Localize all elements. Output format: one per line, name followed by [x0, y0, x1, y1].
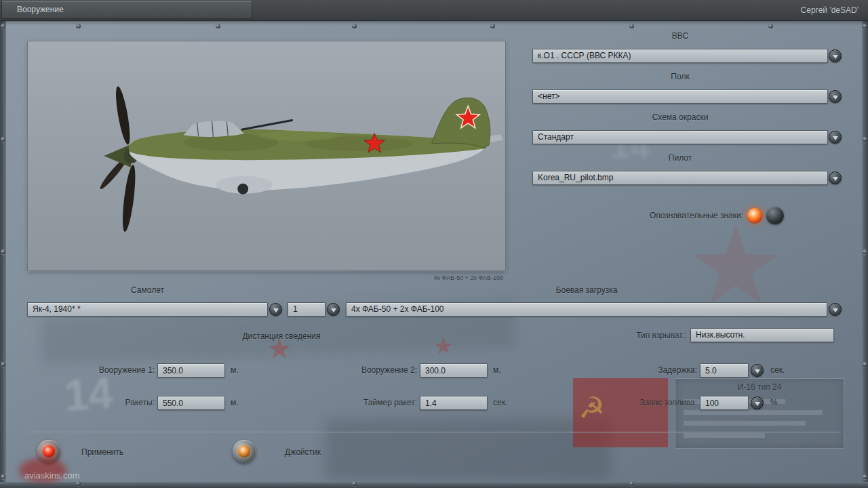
apply-button-label[interactable]: Применить	[81, 447, 123, 457]
frame-edge-bottom	[0, 482, 868, 488]
rivet	[216, 24, 220, 28]
aircraft-dropdown-button[interactable]	[269, 303, 282, 316]
background-stencil-number: 14	[63, 368, 115, 422]
regiment-dropdown-button[interactable]	[829, 90, 842, 103]
chevron-down-icon	[273, 308, 279, 312]
fuel-input[interactable]	[700, 396, 749, 410]
loadout-dropdown-button[interactable]	[829, 303, 842, 316]
joystick-button-label[interactable]: Джойстик	[285, 447, 321, 457]
rivet	[76, 24, 81, 28]
chevron-down-icon	[833, 136, 838, 140]
rockets-label: Ракеты:	[53, 398, 155, 407]
delay-unit: сек.	[770, 365, 785, 375]
pilot-label: Пилот	[532, 153, 828, 163]
loadout-label: Боевая загрузка	[346, 285, 827, 295]
pilot-dropdown-button[interactable]	[829, 171, 842, 184]
aircraft-preview-panel	[27, 41, 506, 271]
chevron-down-icon	[833, 177, 838, 181]
aircraft-label: Самолет	[27, 285, 268, 295]
joystick-button[interactable]	[233, 440, 256, 463]
cockpit-canopy	[184, 121, 244, 137]
chevron-down-icon	[833, 96, 838, 100]
rockets-input[interactable]	[157, 396, 225, 410]
weapon2-input[interactable]	[420, 363, 488, 378]
aircraft-side-view-svg	[28, 41, 505, 270]
regiment-dropdown[interactable]: <нет>	[532, 89, 828, 104]
service-label: ВВС	[532, 31, 828, 41]
propeller-blade	[113, 85, 133, 146]
plate-text-bar	[684, 410, 823, 415]
markings-toggle-knob[interactable]	[766, 207, 784, 224]
weapon1-unit: м.	[231, 365, 239, 375]
count-dropdown-button[interactable]	[327, 303, 340, 316]
footer-divider	[27, 432, 841, 433]
rivet	[352, 481, 357, 486]
apply-button-lamp	[43, 445, 55, 458]
wheel	[237, 184, 248, 195]
background-biplane-shape	[326, 419, 610, 480]
weapon1-input[interactable]	[157, 363, 225, 378]
paint-scheme-dropdown-button[interactable]	[829, 131, 842, 144]
fuel-unit: %	[770, 398, 778, 407]
delay-dropdown-button[interactable]	[751, 364, 764, 377]
titlebar: Вооружение Сергей 'deSAD'	[0, 0, 868, 21]
regiment-label: Полк	[532, 72, 828, 81]
markings-indicator-lamp[interactable]	[747, 208, 762, 223]
fuze-type-dropdown[interactable]: Низк.высотн.	[690, 328, 834, 342]
service-dropdown-button[interactable]	[829, 49, 842, 62]
rivet	[863, 249, 867, 254]
fuze-type-label: Тип взрыват.:	[585, 331, 686, 340]
hammer-sickle-icon: ☭	[578, 390, 605, 425]
background-star-icon	[692, 224, 780, 312]
rivet	[768, 24, 773, 28]
rocket-timer-label: Таймер ракет:	[315, 398, 417, 407]
markings-label: Опознавательные знаки:	[515, 211, 743, 220]
background-soviet-flag: ☭	[573, 378, 668, 447]
loadout-dropdown[interactable]: 4х ФАБ-50 + 2х ФАБ-100	[346, 302, 827, 317]
plate-text-bar	[684, 433, 765, 438]
rivet	[863, 24, 867, 28]
weapon2-label: Вооружение 2:	[315, 365, 417, 375]
rivet	[1, 249, 5, 254]
rocket-timer-input[interactable]	[420, 396, 488, 410]
rivet	[1, 362, 5, 367]
rivet	[1, 474, 5, 479]
paint-scheme-label: Схема окраски	[532, 113, 828, 122]
convergence-label: Дистанция сведения	[214, 331, 349, 341]
preview-loadout-caption: 4х ФАБ-50 + 2х ФАБ-100	[27, 274, 503, 281]
chevron-down-icon	[833, 55, 838, 59]
rivet	[863, 474, 867, 479]
fuel-label: Запас топлива:	[595, 398, 697, 407]
plate-text-bar	[684, 421, 806, 426]
rivet	[1, 137, 5, 142]
camo-patch	[258, 130, 338, 141]
machine-gun	[241, 120, 293, 129]
propeller-blade	[120, 164, 138, 232]
rivet	[863, 137, 867, 142]
rivet	[76, 481, 81, 486]
rivet	[352, 24, 357, 28]
rocket-timer-unit: сек.	[493, 398, 507, 407]
armament-screen: 14 14 ☭ И-16 тип 24 Вооружение Сергей 'd…	[0, 0, 868, 488]
paint-scheme-dropdown[interactable]: Стандарт	[532, 130, 828, 144]
joystick-button-lamp	[238, 445, 250, 458]
aircraft-dropdown[interactable]: Як-4, 1940* *	[27, 302, 268, 317]
background-plate-title: И-16 тип 24	[675, 382, 844, 392]
fuel-dropdown-button[interactable]	[751, 396, 764, 409]
tail-fin	[432, 98, 490, 148]
weapon1-label: Вооружение 1:	[53, 365, 155, 375]
count-dropdown[interactable]: 1	[288, 302, 326, 317]
service-dropdown[interactable]: к.О1 . СССР (ВВС РККА)	[532, 49, 828, 63]
chevron-down-icon	[331, 308, 336, 312]
weapon2-unit: м.	[493, 365, 501, 375]
rivet	[1, 24, 5, 28]
chevron-down-icon	[833, 308, 838, 312]
frame-edge-right	[862, 20, 868, 488]
pilot-dropdown[interactable]: Korea_RU_pilot.bmp	[532, 171, 828, 185]
delay-input[interactable]	[700, 363, 749, 378]
rockets-unit: м.	[231, 398, 239, 407]
tab-armament[interactable]: Вооружение	[1, 1, 252, 19]
rivet	[629, 481, 634, 486]
delay-label: Задержка:	[595, 365, 697, 375]
rivet	[490, 24, 495, 28]
